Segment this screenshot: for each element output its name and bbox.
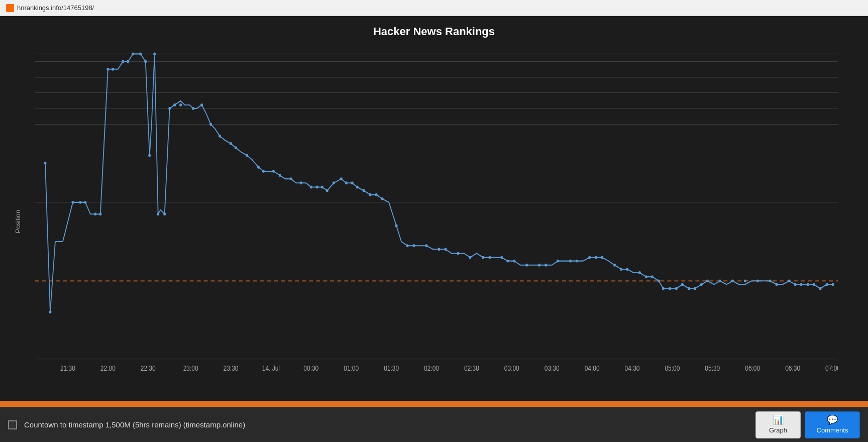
- svg-point-78: [345, 181, 348, 184]
- svg-point-86: [406, 244, 409, 247]
- svg-point-70: [290, 177, 292, 180]
- svg-point-72: [310, 186, 312, 189]
- svg-point-55: [163, 212, 166, 215]
- svg-point-43: [94, 212, 96, 215]
- url-bar: hnrankings.info/14765198/: [17, 4, 94, 12]
- svg-point-77: [340, 177, 343, 180]
- svg-text:06:30: 06:30: [785, 364, 800, 371]
- svg-point-97: [513, 260, 515, 263]
- svg-point-118: [688, 287, 690, 290]
- svg-point-106: [601, 256, 603, 259]
- svg-point-73: [316, 186, 318, 189]
- svg-text:04:30: 04:30: [625, 364, 640, 371]
- svg-point-46: [112, 68, 114, 71]
- svg-point-104: [588, 256, 591, 259]
- svg-point-44: [99, 212, 101, 215]
- svg-point-79: [351, 181, 354, 184]
- svg-text:21:30: 21:30: [60, 364, 75, 371]
- svg-point-85: [395, 225, 398, 228]
- svg-point-62: [219, 135, 221, 138]
- svg-point-105: [595, 256, 597, 259]
- svg-text:01:00: 01:00: [344, 364, 359, 371]
- svg-point-66: [257, 166, 260, 169]
- svg-point-116: [675, 287, 678, 290]
- svg-point-47: [122, 60, 124, 63]
- svg-point-69: [279, 174, 281, 177]
- svg-point-125: [756, 279, 759, 282]
- svg-point-57: [173, 103, 176, 106]
- svg-point-110: [638, 271, 641, 274]
- svg-point-61: [209, 123, 212, 126]
- footer-buttons: 📊 Graph 💬 Comments: [755, 411, 860, 438]
- svg-point-113: [658, 279, 660, 282]
- svg-point-134: [826, 283, 828, 286]
- svg-point-39: [49, 310, 51, 313]
- article-checkbox[interactable]: [8, 420, 17, 429]
- svg-point-108: [620, 268, 622, 271]
- svg-point-82: [369, 193, 372, 196]
- graph-button[interactable]: 📊 Graph: [755, 411, 801, 438]
- svg-point-88: [425, 244, 428, 247]
- svg-point-52: [148, 154, 151, 157]
- svg-point-124: [744, 279, 746, 282]
- svg-point-56: [168, 107, 171, 110]
- svg-point-76: [333, 181, 335, 184]
- svg-text:00:30: 00:30: [303, 364, 318, 371]
- svg-point-112: [651, 275, 654, 278]
- svg-point-128: [788, 279, 791, 282]
- svg-text:22:30: 22:30: [141, 364, 156, 371]
- graph-button-label: Graph: [769, 426, 787, 434]
- svg-point-51: [144, 60, 147, 63]
- comments-icon: 💬: [827, 415, 838, 424]
- svg-point-65: [246, 154, 248, 157]
- svg-point-101: [557, 260, 559, 263]
- svg-text:02:00: 02:00: [424, 364, 439, 371]
- svg-point-93: [482, 256, 484, 259]
- svg-point-111: [645, 275, 647, 278]
- svg-point-109: [626, 268, 628, 271]
- svg-point-71: [300, 181, 302, 184]
- svg-point-48: [127, 60, 129, 63]
- svg-point-123: [731, 279, 734, 282]
- page-title: Hacker News Rankings: [0, 16, 868, 42]
- svg-point-58: [179, 103, 182, 106]
- svg-text:14. Jul: 14. Jul: [262, 364, 280, 371]
- svg-point-67: [262, 170, 265, 173]
- svg-point-64: [235, 146, 237, 149]
- svg-text:04:00: 04:00: [585, 364, 600, 371]
- svg-point-89: [438, 248, 440, 251]
- svg-point-135: [832, 283, 834, 286]
- svg-point-99: [538, 264, 540, 267]
- y-axis-label: Position: [14, 210, 22, 233]
- svg-point-50: [139, 52, 142, 55]
- svg-point-127: [776, 283, 778, 286]
- graph-icon: 📊: [773, 415, 784, 424]
- svg-point-129: [794, 283, 797, 286]
- svg-point-40: [71, 201, 74, 204]
- svg-point-107: [613, 264, 616, 267]
- svg-point-81: [363, 189, 365, 192]
- svg-text:06:00: 06:00: [745, 364, 760, 371]
- svg-point-133: [819, 287, 822, 290]
- svg-point-119: [694, 287, 696, 290]
- svg-text:02:30: 02:30: [464, 364, 479, 371]
- svg-point-103: [576, 260, 578, 263]
- svg-point-75: [326, 189, 329, 192]
- svg-point-45: [106, 68, 109, 71]
- svg-point-92: [469, 256, 471, 259]
- comments-button-label: Comments: [817, 426, 848, 434]
- svg-point-49: [132, 52, 134, 55]
- svg-point-60: [200, 103, 203, 106]
- svg-point-122: [719, 279, 721, 282]
- footer: Countown to timestamp 1,500M (5hrs remai…: [0, 407, 868, 442]
- svg-text:03:00: 03:00: [504, 364, 519, 371]
- svg-point-98: [525, 264, 528, 267]
- orange-divider: [0, 401, 868, 407]
- svg-point-94: [488, 256, 491, 259]
- svg-point-131: [807, 283, 809, 286]
- svg-point-126: [769, 279, 772, 282]
- svg-text:23:30: 23:30: [224, 364, 239, 371]
- svg-point-90: [444, 248, 447, 251]
- svg-point-42: [84, 201, 86, 204]
- comments-button[interactable]: 💬 Comments: [805, 411, 860, 438]
